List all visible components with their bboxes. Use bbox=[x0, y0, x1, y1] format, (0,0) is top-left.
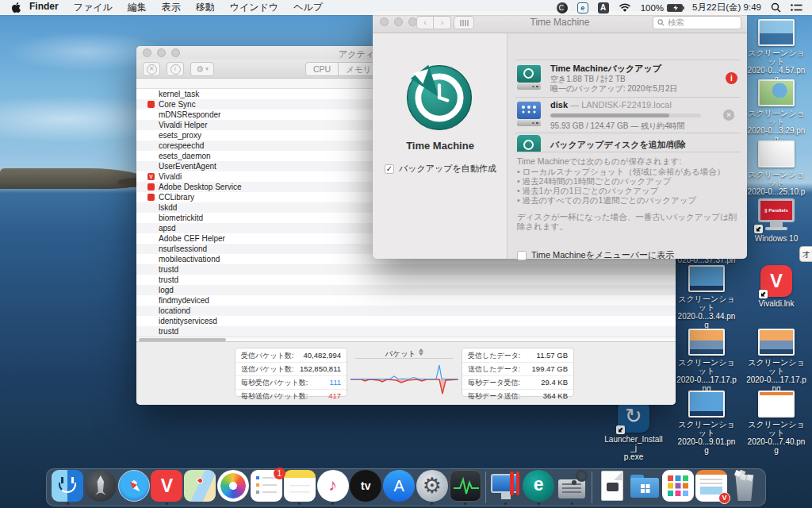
desktop-icon-screenshot-map[interactable]: スクリーンショット2020-0...3.29.png bbox=[745, 79, 807, 144]
system-preferences-icon: ⚙ bbox=[416, 470, 448, 502]
dock-web-stack[interactable]: V bbox=[695, 470, 727, 505]
menu-item-5[interactable]: ウインドウ bbox=[230, 1, 278, 14]
desktop-icon-screenshot-sunset[interactable]: スクリーンショット2020-0....17.17.png bbox=[676, 329, 737, 393]
stop-backup-button[interactable]: ✕ bbox=[723, 110, 734, 121]
process-icon-placeholder bbox=[147, 318, 155, 325]
dock-music[interactable]: ♪ bbox=[317, 470, 349, 505]
apple-menu[interactable] bbox=[11, 2, 21, 13]
description-bullet: • 過去のすべての月の1週間ごとのバックアップ bbox=[517, 195, 739, 205]
dock-maps[interactable] bbox=[184, 470, 216, 505]
add-remove-label: バックアップディスクを追加/削除 bbox=[550, 139, 686, 151]
menu-list-icon[interactable] bbox=[791, 3, 802, 13]
maps-icon bbox=[184, 470, 216, 502]
menu-item-1[interactable]: ファイル bbox=[74, 1, 113, 14]
process-row[interactable]: trustd bbox=[136, 275, 676, 285]
menu-item-2[interactable]: 編集 bbox=[128, 1, 147, 14]
desktop-icon-label: Windows 10 bbox=[745, 234, 807, 243]
photos-icon bbox=[217, 470, 249, 502]
search-field[interactable]: 検索 bbox=[653, 16, 741, 29]
process-row[interactable]: trustd bbox=[136, 264, 676, 275]
dock-finder[interactable] bbox=[52, 470, 83, 505]
desktop-icon-screenshot-web[interactable]: スクリーンショット2020-0...7.40.png bbox=[745, 391, 807, 455]
dock-apps-stack[interactable] bbox=[662, 470, 694, 505]
process-name: findmydeviced bbox=[159, 296, 209, 305]
dock-diskdoc[interactable] bbox=[556, 470, 588, 505]
process-name: biometrickitd bbox=[159, 214, 203, 222]
running-indicator bbox=[331, 502, 334, 505]
desktop-icon-screenshot-island[interactable]: スクリーンショット2020-0...4.57.png bbox=[745, 19, 807, 83]
clock[interactable]: 5月22日(金) 9:49 bbox=[692, 2, 761, 13]
dock-parallels[interactable] bbox=[489, 470, 521, 505]
input-method-icon[interactable]: A bbox=[598, 2, 609, 13]
time-machine-drive-icon bbox=[517, 65, 541, 90]
tab-cpu[interactable]: CPU bbox=[306, 63, 339, 75]
process-row[interactable]: logd bbox=[136, 285, 676, 295]
dock-launchpad[interactable] bbox=[85, 470, 117, 505]
quit-process-button[interactable]: ✕ bbox=[143, 62, 160, 76]
menu-item-app[interactable]: Finder bbox=[29, 1, 59, 14]
menubar-toggle-row[interactable]: Time Machineをメニューバーに表示 bbox=[517, 249, 674, 261]
dock-notes[interactable] bbox=[284, 470, 316, 505]
eset-status-icon[interactable] bbox=[557, 2, 568, 13]
dock-vivaldi[interactable]: V bbox=[151, 470, 182, 505]
menu-item-6[interactable]: ヘルプ bbox=[293, 1, 323, 14]
dock-safari[interactable] bbox=[118, 470, 150, 505]
dock-appstore[interactable]: A bbox=[383, 470, 415, 505]
desktop-icon-label: スクリーンショット2020-0...9.01.png bbox=[676, 420, 737, 455]
process-row[interactable]: findmydeviced bbox=[136, 295, 676, 306]
process-icon-placeholder bbox=[147, 152, 155, 160]
zoom-button[interactable] bbox=[171, 48, 180, 57]
desktop-icon-parallels-monitor[interactable]: || ParallelsWindows 10 bbox=[745, 198, 807, 243]
process-row[interactable]: identityservicesd bbox=[136, 316, 676, 326]
process-icon-placeholder bbox=[147, 90, 155, 98]
desktop-icon-label: スクリーンショット2020-0...3.29.png bbox=[745, 109, 807, 144]
process-icon-placeholder bbox=[147, 256, 155, 263]
description-bullet: • 過去24時間の1時間ごとのバックアップ bbox=[517, 176, 739, 186]
desktop-icon-vivaldi-shortcut[interactable]: VVivaldi.lnk bbox=[745, 265, 807, 308]
desktop-icon-screenshot-desktop[interactable]: スクリーンショット2020-0...9.01.png bbox=[676, 391, 737, 455]
stat-value: 111 bbox=[330, 378, 341, 388]
battery-status[interactable]: 100% bbox=[641, 3, 683, 13]
eset-e-status-icon[interactable]: e bbox=[577, 2, 588, 13]
desktop-icon-screenshot-sunset[interactable]: スクリーンショット2020-0....17.17.png bbox=[745, 329, 807, 393]
process-icon-placeholder bbox=[147, 163, 155, 170]
graph-header[interactable]: パケット bbox=[355, 348, 454, 359]
stat-label: 毎秒データ送信: bbox=[468, 391, 520, 402]
menu-item-4[interactable]: 移動 bbox=[196, 1, 215, 14]
dock-photos[interactable] bbox=[217, 470, 249, 505]
process-name: identityservicesd bbox=[159, 317, 217, 325]
show-in-menubar-checkbox[interactable] bbox=[517, 251, 527, 260]
dock-windows-folder[interactable] bbox=[629, 470, 661, 505]
dock-eset[interactable]: e bbox=[523, 470, 554, 505]
process-icon-placeholder bbox=[147, 276, 155, 283]
desktop-icon-screenshot-desktop[interactable]: スクリーンショット2020-0...3.44.png bbox=[676, 265, 737, 329]
wifi-icon[interactable] bbox=[619, 3, 631, 13]
dock-separator bbox=[485, 471, 486, 503]
battery-icon bbox=[667, 4, 683, 12]
desktop-icon-launcher-exe[interactable]: ↻Launcher_Install_jp.exe bbox=[603, 401, 665, 461]
menu-item-3[interactable]: 表示 bbox=[162, 1, 181, 14]
spotlight-icon[interactable] bbox=[771, 2, 781, 13]
process-row[interactable]: trustd bbox=[136, 326, 676, 337]
inspect-process-button[interactable]: i bbox=[167, 62, 184, 76]
network-stats-pane: 受信パケット数:40,482,994送信パケット数:152,850,811毎秒受… bbox=[136, 341, 676, 405]
windows-folder-icon bbox=[629, 470, 661, 502]
alert-info-badge[interactable]: i bbox=[726, 72, 737, 84]
close-button[interactable] bbox=[143, 48, 151, 57]
desktop-icon-label: スクリーンショット2020-0....17.17.png bbox=[745, 358, 807, 393]
minimize-button[interactable] bbox=[157, 48, 166, 57]
dock-reminders[interactable]: 1 bbox=[251, 470, 282, 505]
auto-backup-checkbox[interactable]: ✓ bbox=[385, 164, 394, 174]
options-button[interactable]: オプション... bbox=[799, 246, 812, 262]
dock-appletv[interactable]: tv bbox=[350, 470, 381, 505]
apple-icon bbox=[11, 2, 21, 13]
desktop-icon-screenshot-light[interactable]: スクリーンショット2020-0...25.10.png bbox=[745, 140, 807, 205]
process-row[interactable]: locationd bbox=[136, 306, 676, 316]
dock-installer-file[interactable] bbox=[596, 470, 628, 505]
dock-trash[interactable] bbox=[729, 470, 760, 505]
stat-row: 受信したデータ:11.57 GB bbox=[462, 349, 573, 363]
gear-menu-button[interactable]: ⚙▾ bbox=[190, 62, 214, 76]
dock-actmon[interactable] bbox=[450, 470, 481, 505]
auto-backup-row[interactable]: ✓ バックアップを自動作成 bbox=[385, 163, 496, 175]
dock-sysprefs[interactable]: ⚙ bbox=[416, 470, 448, 505]
